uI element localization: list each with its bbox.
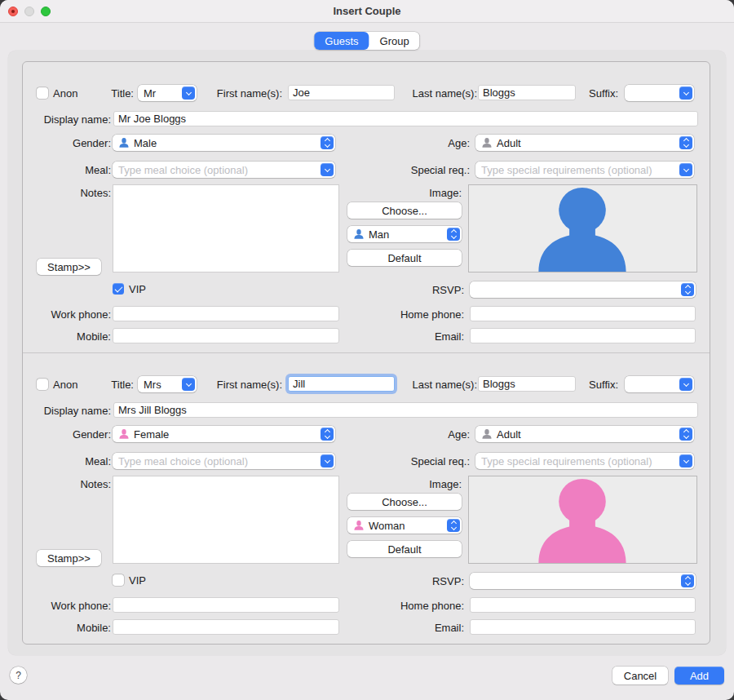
rsvp-dropdown[interactable]: [470, 281, 696, 298]
meal-combo: [113, 162, 335, 178]
first-names-input[interactable]: [288, 376, 395, 392]
age-dropdown[interactable]: Adult: [475, 426, 694, 442]
chevron-down-icon: [182, 86, 195, 100]
image-type-dropdown[interactable]: Man: [347, 226, 462, 242]
image-label: Image:: [380, 477, 462, 491]
default-image-button[interactable]: Default: [347, 541, 462, 557]
age-dropdown[interactable]: Adult: [475, 135, 694, 151]
email-input[interactable]: [470, 619, 696, 635]
first-names-label: First name(s):: [201, 86, 282, 100]
image-well[interactable]: [468, 476, 697, 564]
chevron-down-icon: [679, 163, 692, 176]
home-phone-input[interactable]: [470, 306, 696, 321]
vip-checkbox[interactable]: [113, 283, 124, 295]
choose-image-button[interactable]: Choose...: [347, 202, 462, 219]
anon-checkbox[interactable]: [37, 379, 48, 390]
meal-label: Meal:: [26, 163, 111, 177]
home-phone-label: Home phone:: [382, 308, 464, 321]
gender-dropdown[interactable]: Female: [113, 426, 335, 442]
chevron-up-down-icon: [321, 428, 334, 441]
mobile-label: Mobile:: [26, 621, 111, 635]
stamp-button[interactable]: Stamp>>: [37, 259, 101, 275]
meal-label: Meal:: [26, 454, 111, 468]
gender-dropdown[interactable]: Male: [113, 135, 335, 151]
special-req-combo: [475, 162, 694, 178]
suffix-label: Suffix:: [561, 378, 618, 392]
default-image-button[interactable]: Default: [347, 250, 462, 266]
gender-label: Gender:: [26, 136, 111, 150]
chevron-up-down-icon: [679, 136, 692, 149]
image-label: Image:: [380, 186, 462, 200]
home-phone-label: Home phone:: [382, 599, 464, 613]
email-label: Email:: [382, 330, 464, 343]
notes-textarea[interactable]: [113, 184, 339, 272]
window-title: Insert Couple: [333, 5, 400, 17]
choose-image-button[interactable]: Choose...: [347, 494, 462, 510]
tab-guests[interactable]: Guests: [314, 32, 369, 50]
vip-checkbox[interactable]: [113, 574, 124, 586]
insert-couple-dialog: Insert Couple Guests Group Anon Title: M…: [0, 0, 734, 700]
title-dropdown[interactable]: Mrs: [138, 376, 197, 392]
rsvp-dropdown[interactable]: [470, 573, 696, 589]
rsvp-label: RSVP:: [382, 283, 464, 297]
suffix-dropdown[interactable]: [625, 85, 694, 101]
chevron-down-icon: [679, 454, 692, 467]
meal-input[interactable]: [113, 453, 335, 469]
close-button[interactable]: [8, 7, 18, 16]
image-type-dropdown[interactable]: Woman: [347, 517, 462, 534]
last-names-label: Last name(s):: [396, 378, 477, 392]
zoom-button[interactable]: [41, 7, 51, 16]
first-names-input[interactable]: [288, 85, 395, 100]
chevron-down-icon: [679, 86, 692, 100]
female-person-icon: [118, 428, 130, 440]
special-req-input[interactable]: [475, 453, 694, 469]
home-phone-input[interactable]: [470, 597, 696, 613]
notes-textarea[interactable]: [113, 476, 339, 564]
last-names-label: Last name(s):: [396, 86, 477, 100]
notes-label: Notes:: [26, 477, 111, 491]
special-req-input[interactable]: [475, 162, 694, 178]
couple-group-box: Anon Title: Mr First name(s): Last name(…: [22, 61, 710, 645]
help-button[interactable]: ?: [10, 667, 27, 684]
mobile-input[interactable]: [113, 619, 339, 635]
chevron-down-icon: [321, 454, 334, 467]
image-type-value: Man: [369, 228, 389, 241]
suffix-dropdown[interactable]: [625, 376, 694, 392]
special-req-combo: [475, 453, 694, 469]
image-well[interactable]: [468, 184, 697, 272]
meal-input[interactable]: [113, 162, 335, 178]
title-dropdown[interactable]: Mr: [138, 85, 197, 101]
work-phone-input[interactable]: [113, 597, 339, 613]
display-name-label: Display name:: [26, 113, 111, 126]
chevron-up-down-icon: [679, 428, 692, 441]
chevron-up-down-icon: [681, 574, 694, 587]
man-icon: [353, 228, 365, 240]
minimize-button[interactable]: [24, 7, 34, 16]
tab-group[interactable]: Group: [369, 32, 420, 50]
meal-combo: [113, 453, 335, 469]
gender-label: Gender:: [26, 428, 111, 441]
suffix-label: Suffix:: [561, 86, 618, 100]
display-name-input[interactable]: [113, 402, 698, 418]
work-phone-input[interactable]: [113, 306, 339, 321]
age-label: Age:: [388, 428, 470, 441]
title-label: Title:: [80, 378, 134, 392]
anon-label: Anon: [53, 378, 77, 392]
title-value: Mr: [144, 87, 156, 100]
add-button[interactable]: Add: [674, 667, 724, 684]
chevron-up-down-icon: [447, 228, 460, 241]
display-name-input[interactable]: [113, 111, 698, 126]
vip-label: VIP: [129, 282, 146, 296]
person-form-1: Anon Title: Mr First name(s): Last name(…: [23, 62, 710, 352]
stamp-button[interactable]: Stamp>>: [37, 550, 101, 566]
gender-value: Female: [134, 428, 169, 441]
mobile-input[interactable]: [113, 328, 339, 343]
email-input[interactable]: [470, 328, 696, 343]
anon-checkbox[interactable]: [37, 87, 48, 99]
image-type-value: Woman: [369, 520, 405, 532]
cancel-button[interactable]: Cancel: [612, 667, 668, 684]
special-req-label: Special req.:: [388, 163, 470, 177]
woman-icon: [353, 520, 365, 531]
man-silhouette-image: [469, 185, 696, 272]
email-label: Email:: [382, 621, 464, 635]
